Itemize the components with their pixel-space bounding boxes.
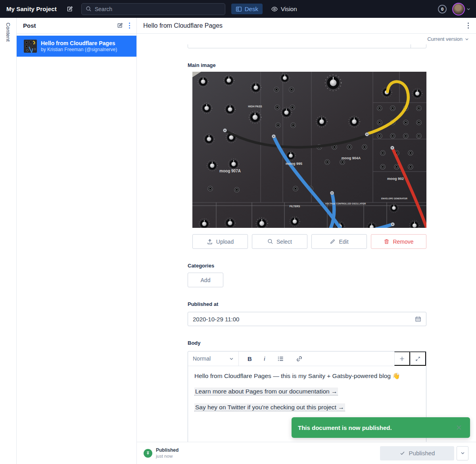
photo-label: FILTERS <box>290 205 300 208</box>
remove-label: Remove <box>393 239 413 245</box>
categories-label: Categories <box>188 263 426 269</box>
body-link[interactable]: Say hey on Twitter if you're checking ou… <box>194 403 345 411</box>
published-at-label: Published at <box>188 301 426 307</box>
tab-vision[interactable]: Vision <box>267 4 301 15</box>
post-item-subtitle: by Kristian Freeman (@signalnerve) <box>41 47 117 53</box>
version-selector[interactable]: Current version <box>137 34 476 44</box>
new-document-button[interactable] <box>65 4 75 14</box>
search-input[interactable] <box>95 6 221 12</box>
toast-message: This document is now published. <box>298 424 392 431</box>
expand-icon <box>415 356 421 362</box>
style-select[interactable]: Normal <box>188 351 239 366</box>
bold-button[interactable]: B <box>247 355 253 363</box>
compose-icon <box>66 6 73 13</box>
insert-block-button[interactable] <box>394 351 410 366</box>
publish-toast: This document is now published. <box>292 417 470 438</box>
photo-label: VOLTAGE CONTROLLED OSCILLATOR <box>325 202 366 205</box>
main-image-preview[interactable]: HIGH PASS moog 907A moog 995 moog 904A m… <box>192 72 426 228</box>
link-button[interactable] <box>295 355 303 363</box>
photo-label: moog 995 <box>286 162 302 166</box>
bullet-list-icon <box>277 355 284 362</box>
style-select-value: Normal <box>193 355 211 362</box>
cropped-field-partial[interactable] <box>188 44 426 48</box>
create-post-button[interactable] <box>115 21 125 31</box>
select-button[interactable]: Select <box>252 234 307 249</box>
tab-vision-label: Vision <box>281 6 297 12</box>
body-paragraph[interactable]: Hello from Cloudflare Pages — this is my… <box>194 372 420 380</box>
upload-label: Upload <box>216 239 234 245</box>
kebab-icon <box>129 23 131 29</box>
document-footer: Published just now Published <box>137 442 476 464</box>
photo-label: ENVELOPE GENERATOR <box>381 197 407 200</box>
post-thumbnail <box>24 40 37 53</box>
published-at-input[interactable] <box>193 316 415 323</box>
eye-icon <box>271 6 278 13</box>
publish-status-label: Published <box>156 447 178 453</box>
post-item-text: Hello from Cloudflare Pages by Kristian … <box>41 40 117 53</box>
body-link[interactable]: Learn more about Pages from our document… <box>194 388 338 395</box>
post-list-item-selected[interactable]: Hello from Cloudflare Pages by Kristian … <box>17 36 136 57</box>
kebab-icon <box>468 23 469 29</box>
post-item-title: Hello from Cloudflare Pages <box>41 40 117 47</box>
image-actions: Upload Select <box>192 234 426 249</box>
published-button-label: Published <box>409 450 435 456</box>
document-pane: Hello from Cloudflare Pages Current vers… <box>137 18 476 464</box>
link-icon <box>296 355 303 362</box>
desk-icon <box>236 6 242 12</box>
photo-label: HIGH PASS <box>248 105 262 108</box>
version-label: Current version <box>427 36 463 42</box>
trash-icon <box>384 239 390 244</box>
chevron-down-icon <box>229 357 234 361</box>
content-rail[interactable]: Content <box>0 18 17 464</box>
publish-status-time: just now <box>156 453 178 459</box>
document-scroll-area[interactable]: Main image <box>137 44 476 442</box>
remove-button[interactable]: Remove <box>371 234 426 249</box>
notifications-badge[interactable]: 0 <box>438 5 447 13</box>
expand-editor-button[interactable] <box>410 351 426 366</box>
rail-label: Content <box>5 23 11 464</box>
add-category-button[interactable]: Add <box>188 273 223 287</box>
search-box[interactable] <box>81 3 225 15</box>
publish-status-icon <box>144 449 152 458</box>
sanity-studio: My Sanity Project <box>0 0 476 464</box>
calendar-icon[interactable] <box>415 316 421 322</box>
upload-button[interactable]: Upload <box>192 234 248 249</box>
search-icon <box>267 239 273 244</box>
panel-title: Post <box>23 22 113 29</box>
document-menu-button[interactable] <box>466 21 471 31</box>
photo-label: moog 902 <box>387 177 404 181</box>
user-menu[interactable] <box>452 3 470 15</box>
pencil-icon <box>330 239 336 244</box>
chevron-down-icon <box>466 7 470 11</box>
bold-icon: B <box>248 355 252 362</box>
project-title: My Sanity Project <box>6 6 57 12</box>
badge-count: 0 <box>441 7 443 11</box>
tool-tabs: Desk Vision <box>231 4 301 15</box>
upload-icon <box>207 239 213 245</box>
body-label: Body <box>188 340 426 346</box>
check-icon <box>399 450 405 456</box>
search-icon <box>86 6 92 12</box>
bullet-list-button[interactable] <box>276 355 285 363</box>
plus-icon <box>399 355 405 362</box>
italic-icon: i <box>264 355 265 362</box>
published-at-field[interactable] <box>188 312 426 326</box>
main-image-label: Main image <box>188 62 426 68</box>
post-panel-header: Post <box>17 18 136 34</box>
publish-menu-button[interactable] <box>457 446 468 460</box>
italic-button[interactable]: i <box>263 355 266 363</box>
edit-button[interactable]: Edit <box>311 234 367 249</box>
panel-menu-button[interactable] <box>127 21 132 31</box>
compose-icon <box>117 22 123 29</box>
avatar <box>452 3 465 15</box>
add-label: Add <box>201 277 211 283</box>
tab-desk[interactable]: Desk <box>231 4 263 14</box>
publish-status[interactable]: Published just now <box>144 447 178 459</box>
published-button[interactable]: Published <box>380 446 454 460</box>
document-header: Hello from Cloudflare Pages <box>137 18 476 34</box>
tab-desk-label: Desk <box>245 6 258 12</box>
editor-toolbar: Normal B <box>188 351 426 366</box>
close-icon <box>455 424 463 432</box>
toast-close-button[interactable] <box>453 422 464 433</box>
chevron-down-icon <box>461 451 465 455</box>
